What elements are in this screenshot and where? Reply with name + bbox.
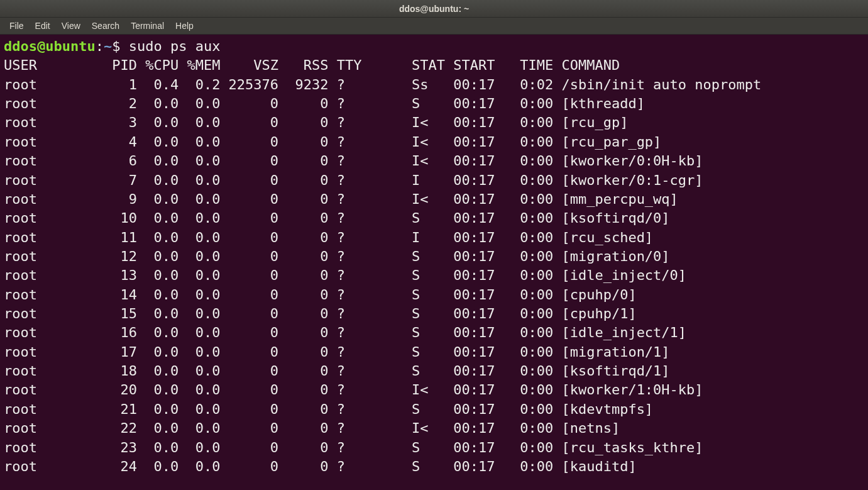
prompt-sep: : [96,38,104,54]
menu-edit[interactable]: Edit [30,18,56,33]
menu-help[interactable]: Help [170,18,199,33]
menu-terminal[interactable]: Terminal [125,18,170,33]
prompt-symbol: $ [112,38,129,54]
window-title: ddos@ubuntu: ~ [399,4,469,14]
terminal-viewport[interactable]: ddos@ubuntu:~$ sudo ps aux USER PID %CPU… [0,35,868,479]
command-text: sudo ps aux [129,38,221,54]
ps-header: USER PID %CPU %MEM VSZ RSS TTY STAT STAR… [4,57,620,73]
window-titlebar: ddos@ubuntu: ~ [0,0,868,18]
menu-file[interactable]: File [4,18,30,33]
prompt-path: ~ [104,38,112,54]
prompt-user-host: ddos@ubuntu [4,38,96,54]
menu-view[interactable]: View [56,18,86,33]
ps-body: root 1 0.4 0.2 225376 9232 ? Ss 00:17 0:… [4,77,761,474]
menubar: File Edit View Search Terminal Help [0,18,868,35]
menu-search[interactable]: Search [86,18,125,33]
